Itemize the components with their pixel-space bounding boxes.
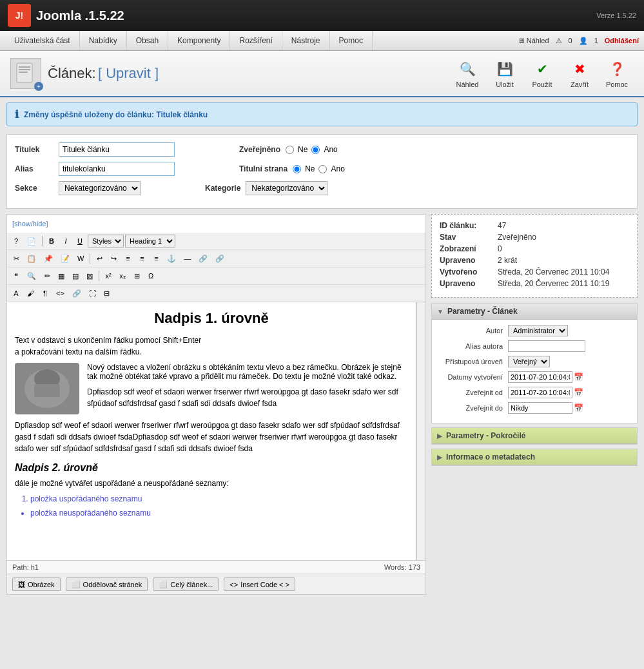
words-label: Words: 173 [384,563,420,571]
sup-btn[interactable]: x² [102,269,115,282]
titulni-ne-label: Ne [305,164,315,173]
undo-btn[interactable]: ↩ [93,252,106,265]
metadata-header[interactable]: ▶ Informace o metadatech [432,449,637,465]
redo-btn[interactable]: ↪ [107,252,120,265]
link2-btn[interactable]: 🔗 [69,287,84,300]
nav-item-nastroje[interactable]: Nástroje [282,31,330,50]
edit-btn[interactable]: ✏ [41,269,54,282]
params-pokrocile-header[interactable]: ▶ Parametry - Pokročilé [432,428,637,444]
zverejneno-ano-radio[interactable] [311,146,320,154]
pristupova-select[interactable]: Veřejný [508,356,550,367]
omega-btn[interactable]: Ω [144,269,157,282]
vytvoreno-val: Středa, 20 Červenec 2011 10:04 [498,267,609,276]
unlink-btn[interactable]: 🔗 [212,252,228,265]
nav-item-nabidky[interactable]: Nabídky [80,31,127,50]
cut-btn[interactable]: ✂ [10,252,23,265]
btn-cely[interactable]: ⬜ Celý článek... [153,577,219,591]
paste-text-btn[interactable]: 📝 [57,252,73,265]
btn-insert-code[interactable]: <> Insert Code < > [224,577,295,591]
alias-input[interactable] [59,162,175,176]
svg-rect-3 [19,66,30,68]
btn-oddelovac[interactable]: ⬜ Oddělovač stránek [66,577,148,591]
show-hide-link[interactable]: [show/hide] [12,217,420,230]
alias-autora-input[interactable] [508,340,585,352]
hr-btn[interactable]: — [181,252,194,265]
alerts-count: 0 [569,37,572,44]
kategorie-select[interactable]: Nekategorizováno [246,181,327,195]
help-btn[interactable]: ? [10,235,23,247]
page-icon: + [10,58,41,89]
info-row-stav: Stav Zveřejněno [440,233,629,242]
zverejnit-od-input[interactable] [508,387,572,398]
article-info-panel: ID článku: 47 Stav Zveřejněno Zobrazení … [431,214,638,298]
row-btn[interactable]: ▤ [69,269,82,282]
underline-btn[interactable]: U [73,235,86,247]
heading-select[interactable]: Heading 1 Heading 2 Heading 3 Paragraph [125,235,175,247]
help-btn-icon: ❓ [607,59,627,79]
expand-btn[interactable]: ⛶ [86,287,99,300]
btn-obrazek[interactable]: 🖼 Obrázek [12,577,61,591]
titulni-ne-radio[interactable] [293,165,301,173]
alias-label: Alias [15,164,54,173]
zoom-btn[interactable]: 🔍 [24,269,39,282]
datumy-cal-icon[interactable]: 📅 [574,373,583,382]
preview-link[interactable]: 🖥 Náhled [518,37,549,44]
link-btn[interactable]: 🔗 [195,252,211,265]
btn-zavrit[interactable]: ✖ Zavřít [563,56,596,91]
btn-nahled[interactable]: 🔍 Náhled [451,56,484,91]
sekce-select[interactable]: Nekategorizováno [59,181,141,195]
para-btn[interactable]: ¶ [39,287,52,300]
page-title-text: Článek: [48,65,96,81]
btn-ulozit[interactable]: 💾 Uložit [488,56,522,91]
arrow-right-icon2: ▶ [437,454,442,461]
collapse-btn[interactable]: ⊟ [101,287,113,300]
nav-item-uzivatele[interactable]: Uživatelská část [5,31,80,50]
info-row-upraveno: Upraveno 2 krát [440,256,629,265]
btn-pouzit[interactable]: ✔ Použít [525,56,559,91]
nav-item-komponenty[interactable]: Komponenty [168,31,230,50]
zverejnit-od-cal-icon[interactable]: 📅 [574,388,583,397]
info-row-vytvoreno: Vytvořeno Středa, 20 Červenec 2011 10:04 [440,267,629,276]
bg-color-btn[interactable]: 🖌 [24,287,37,300]
source-btn[interactable]: <> [53,287,68,300]
col-btn[interactable]: ▧ [83,269,96,282]
grid-btn[interactable]: ⊞ [130,269,143,282]
page-edit-label: [ Upravit ] [98,65,159,81]
logout-link[interactable]: Odhlášení [605,37,639,44]
scrollbar[interactable] [416,302,425,560]
blockquote-btn[interactable]: ❝ [10,269,23,282]
styles-select[interactable]: Styles [88,235,124,247]
users-count: 1 [594,37,598,44]
sekce-label: Sekce [15,184,54,193]
new-doc-btn[interactable]: 📄 [24,235,39,247]
navbar: Uživatelská část Nabídky Obsah Komponent… [0,31,644,51]
datumy-input[interactable] [508,371,572,383]
zverejnit-do-cal-icon[interactable]: 📅 [574,403,583,412]
font-color-btn[interactable]: A [10,287,23,300]
insert-icon: <> [229,581,238,588]
sub-btn[interactable]: x₂ [116,269,129,282]
params-clanek-header[interactable]: ▼ Parametry - Článek [432,304,637,320]
pristupova-row: Přístupová úroveň Veřejný [437,356,632,367]
anchor-btn[interactable]: ⚓ [164,252,179,265]
titulni-ano-radio[interactable] [318,165,327,173]
italic-btn[interactable]: I [59,235,72,247]
nav-item-rozsireni[interactable]: Rozšíření [230,31,282,50]
preview-btn-icon: 🔍 [457,59,478,79]
autor-select[interactable]: Administrator [508,325,568,336]
paste-word-btn[interactable]: W [74,252,87,265]
nav-item-obsah[interactable]: Obsah [127,31,168,50]
btn-pomoc[interactable]: ❓ Pomoc [600,56,634,91]
zverejneno-ne-radio[interactable] [286,146,294,154]
align-center-btn[interactable]: ≡ [135,252,148,265]
align-right-btn[interactable]: ≡ [150,252,162,265]
bold-btn[interactable]: B [45,235,58,247]
editor-content[interactable]: Nadpis 1. úrovně Text v odstavci s ukonč… [7,302,416,560]
table-btn[interactable]: ▦ [55,269,68,282]
nav-item-pomoc[interactable]: Pomoc [330,31,373,50]
align-left-btn[interactable]: ≡ [121,252,134,265]
titulek-input[interactable] [59,142,175,157]
copy-btn[interactable]: 📋 [24,252,39,265]
zverejnit-do-input[interactable] [508,402,572,414]
paste-btn[interactable]: 📌 [41,252,56,265]
